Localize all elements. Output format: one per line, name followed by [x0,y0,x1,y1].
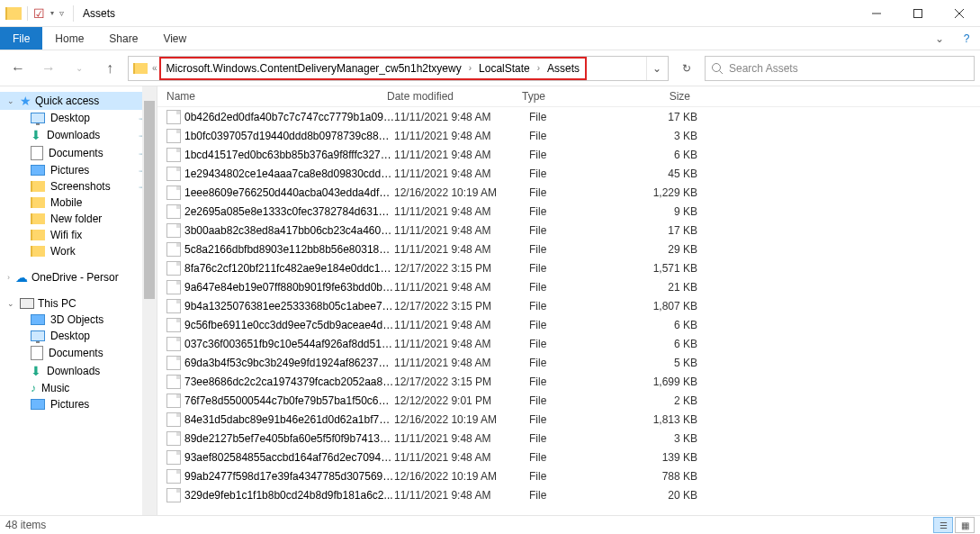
sidebar-item-pictures2[interactable]: Pictures [0,396,157,412]
file-tab[interactable]: File [0,27,42,50]
file-row[interactable]: 76f7e8d55000544c7b0fe79b57ba1f50c6e2...1… [157,391,980,410]
sidebar-item-music[interactable]: ♪Music [0,380,157,396]
sidebar-item-downloads2[interactable]: ⬇Downloads [0,362,157,380]
file-row[interactable]: 9a647e84eb19e07ff880b901f9fe63bdd0b3...1… [157,277,980,296]
sidebar-scrollbar[interactable] [142,86,157,515]
folder-icon [31,181,45,192]
view-tab[interactable]: View [150,27,199,50]
file-date: 11/11/2021 9:48 AM [394,338,529,350]
file-row[interactable]: 9b4a1325076381ee2533368b05c1abee714...12… [157,296,980,315]
file-type: File [529,357,633,369]
file-type: File [529,451,633,464]
sidebar-item-3dobjects[interactable]: 3D Objects [0,312,157,328]
file-size: 6 KB [633,149,714,161]
scrollbar-thumb[interactable] [144,101,155,299]
sidebar-item-pictures[interactable]: Pictures📌 [0,162,157,178]
file-row[interactable]: 73ee8686dc2c2ca1974379fcacb2052aa83f...1… [157,372,980,391]
file-row[interactable]: 329de9feb1c1f1b8b0cd24b8d9fb181a6c2...11… [157,485,980,504]
file-row[interactable]: 1b0fc0397057d19440ddd8b0978739c8877...11… [157,126,980,145]
sidebar-item-thispc[interactable]: ⌄ This PC [0,295,157,312]
qat-divider [27,6,28,21]
column-header-name[interactable]: Name [157,90,387,103]
maximize-button[interactable] [897,0,939,27]
sidebar-item-quick-access[interactable]: ⌄ ★ Quick access [0,92,157,110]
sidebar-item-screenshots[interactable]: Screenshots📌 [0,178,157,195]
file-icon [166,299,181,313]
qat-overflow[interactable]: ▿ [59,8,64,18]
file-name: 84e31d5dabc89e91b46e261d0d62a1bf7227... [184,413,394,426]
history-chevron-icon[interactable]: « [150,63,159,73]
column-header-size[interactable]: Size [625,90,706,103]
search-input[interactable]: Search Assets [705,56,975,81]
file-row[interactable]: 1eee8609e766250d440acba043edda4df06...12… [157,183,980,202]
breadcrumb-1[interactable]: Microsoft.Windows.ContentDeliveryManager… [161,59,467,78]
music-icon: ♪ [31,382,36,394]
file-row[interactable]: 8fa76c2cf120bf211fc482ae9e184e0ddc1c3...… [157,258,980,277]
file-type: File [529,432,633,445]
home-tab[interactable]: Home [42,27,96,50]
chevron-right-icon[interactable]: › [467,63,473,73]
chevron-down-icon[interactable]: ⌄ [7,96,14,105]
file-row[interactable]: 3b00aab82c38ed8a417bb06cb23c4a4601e...11… [157,221,980,240]
sidebar-item-work[interactable]: Work [0,243,157,259]
file-name: 3b00aab82c38ed8a417bb06cb23c4a4601e... [184,224,394,237]
file-name: 89de2127b5ef7e405bfa60e5f5f0f9b7413e0... [184,432,394,445]
file-row[interactable]: 93aef802584855accbd164af76d2ec709425...1… [157,448,980,466]
up-button[interactable]: ↑ [97,56,122,81]
breadcrumb-3[interactable]: Assets [542,59,585,78]
help-icon[interactable]: ? [953,27,980,50]
qat-dropdown-icon[interactable]: ▾ [50,9,54,17]
file-type: File [529,319,633,331]
address-bar[interactable]: « Microsoft.Windows.ContentDeliveryManag… [128,56,669,81]
file-list[interactable]: 0b426d2ed0dfa40b7c7c747cc7779b1a09f...11… [157,107,980,515]
sidebar-item-downloads[interactable]: ⬇Downloads📌 [0,126,157,144]
properties-icon[interactable]: ☑ [33,6,45,21]
chevron-down-icon[interactable]: ⌄ [7,299,14,308]
ribbon-expand-icon[interactable]: ⌄ [926,27,953,50]
recent-dropdown[interactable]: ⌄ [67,56,92,81]
sidebar-item-mobile[interactable]: Mobile [0,195,157,211]
file-row[interactable]: 69da3b4f53c9bc3b249e9fd1924af86237a875..… [157,353,980,372]
sidebar-item-desktop[interactable]: Desktop📌 [0,110,157,126]
refresh-button[interactable]: ↻ [674,56,699,81]
sidebar-item-wififix[interactable]: Wifi fix [0,227,157,243]
sidebar-item-new-folder[interactable]: New folder [0,211,157,227]
column-header-date[interactable]: Date modified [387,90,522,103]
file-date: 11/11/2021 9:48 AM [394,319,529,331]
file-row[interactable]: 84e31d5dabc89e91b46e261d0d62a1bf7227...1… [157,410,980,429]
back-button[interactable]: ← [5,56,31,81]
file-date: 12/17/2022 3:15 PM [394,300,529,312]
file-row[interactable]: 0b426d2ed0dfa40b7c7c747cc7779b1a09f...11… [157,107,980,126]
sidebar-item-documents[interactable]: Documents📌 [0,144,157,162]
share-tab[interactable]: Share [96,27,150,50]
file-date: 12/17/2022 3:15 PM [394,262,529,275]
file-row[interactable]: 9c56fbe6911e0cc3dd9ee7c5db9aceae4d8...11… [157,315,980,334]
large-icons-view-button[interactable]: ▦ [955,517,975,533]
file-type: File [529,300,633,312]
sidebar-item-documents2[interactable]: Documents [0,344,157,362]
file-row[interactable]: 2e2695a085e8e1333c0fec3782784d631b0a...1… [157,202,980,221]
file-row[interactable]: 1e29434802ce1e4aaa7ca8e8d09830cdd33...11… [157,164,980,183]
column-header-type[interactable]: Type [522,90,625,103]
file-size: 6 KB [633,338,714,350]
chevron-right-icon[interactable]: › [7,273,10,282]
chevron-right-icon[interactable]: › [535,63,542,73]
close-button[interactable] [939,0,980,27]
file-row[interactable]: 5c8a2166dbfbd8903e112bb8b56e80318bb...11… [157,240,980,258]
folder-icon [31,246,45,257]
forward-button[interactable]: → [36,56,61,81]
status-item-count: 48 items [5,519,46,531]
file-size: 21 KB [633,281,714,294]
file-row[interactable]: 1bcd41517ed0bc63bb85b376a9f8fffc3273...1… [157,145,980,164]
address-dropdown[interactable]: ⌄ [646,57,666,80]
details-view-button[interactable]: ☰ [933,517,953,533]
file-row[interactable]: 037c36f003651fb9c10e544af926af8dd51fa...… [157,334,980,353]
file-date: 11/11/2021 9:48 AM [394,224,529,237]
sidebar-item-onedrive[interactable]: › ☁ OneDrive - Persor [0,268,157,286]
minimize-button[interactable] [856,0,897,27]
file-row[interactable]: 89de2127b5ef7e405bfa60e5f5f0f9b7413e0...… [157,429,980,448]
sidebar-item-desktop2[interactable]: Desktop [0,328,157,344]
breadcrumb-2[interactable]: LocalState [473,59,535,78]
file-row[interactable]: 99ab2477f598d17e39fa4347785d3075693e...1… [157,466,980,485]
file-name: 1eee8609e766250d440acba043edda4df06... [184,186,394,199]
